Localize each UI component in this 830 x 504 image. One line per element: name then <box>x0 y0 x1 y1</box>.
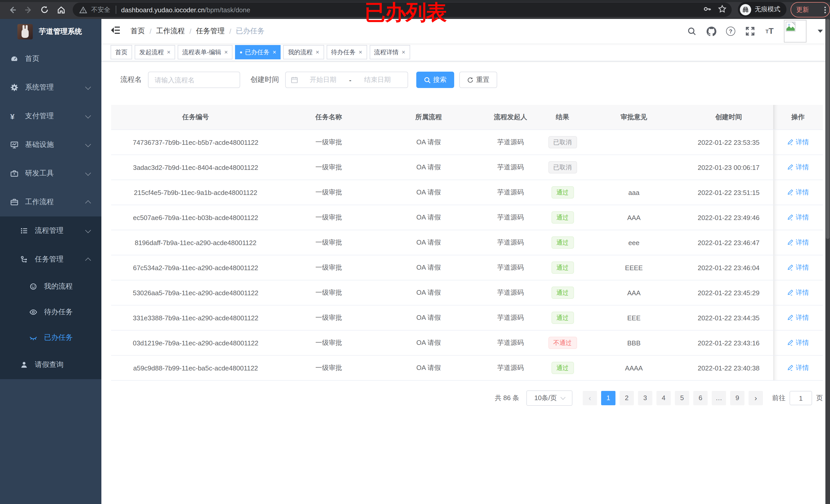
close-icon[interactable]: × <box>359 48 362 56</box>
close-icon[interactable]: × <box>402 48 405 56</box>
page-button[interactable]: 2 <box>619 391 634 405</box>
password-key-icon[interactable] <box>703 4 712 15</box>
reset-button[interactable]: 重置 <box>459 72 497 88</box>
breadcrumb-home[interactable]: 首页 <box>131 27 145 36</box>
view-tab[interactable]: 待办任务× <box>326 45 367 59</box>
scrollbar-thumb[interactable] <box>826 19 829 239</box>
page-button[interactable]: … <box>712 391 726 405</box>
cell-opinion <box>584 130 684 155</box>
breadcrumb-workflow[interactable]: 工作流程 <box>156 27 185 36</box>
result-badge: 通过 <box>551 236 574 249</box>
page-button[interactable]: 4 <box>657 391 671 405</box>
close-icon[interactable]: × <box>273 48 276 56</box>
cell-created: 2022-01-22 23:43:16 <box>684 330 773 355</box>
browser-home-icon[interactable] <box>56 5 66 15</box>
sidebar-item-done-tasks[interactable]: 已办任务 <box>0 325 101 350</box>
detail-link[interactable]: 详情 <box>787 288 809 297</box>
browser-menu-icon[interactable] <box>824 6 826 13</box>
url-path[interactable]: /bpm/task/done <box>205 6 250 13</box>
page-button[interactable]: 9 <box>730 391 744 405</box>
sidebar-item-payment[interactable]: ¥ 支付管理 <box>0 102 101 131</box>
cell-process: OA 请假 <box>377 180 480 205</box>
view-tab[interactable]: 我的流程× <box>283 45 324 59</box>
detail-link[interactable]: 详情 <box>787 213 809 222</box>
goto-page-input[interactable] <box>790 391 812 405</box>
page-button[interactable]: 6 <box>693 391 708 405</box>
sidebar-item-task-management[interactable]: 任务管理 <box>0 245 101 274</box>
page-scrollbar[interactable] <box>825 19 830 504</box>
page-button[interactable]: 5 <box>675 391 689 405</box>
edit-pen-icon <box>787 365 794 371</box>
cell-opinion: eee <box>584 230 684 255</box>
view-tab[interactable]: 流程表单-编辑× <box>178 45 232 59</box>
cell-process: OA 请假 <box>377 155 480 180</box>
browser-reload-icon[interactable] <box>39 5 50 15</box>
bookmark-star-icon[interactable] <box>718 4 727 15</box>
url-host[interactable]: dashboard.yudao.iocoder.cn <box>121 6 205 13</box>
avatar-dropdown-caret-icon[interactable] <box>818 30 823 33</box>
browser-forward-icon[interactable] <box>23 5 33 15</box>
view-tab[interactable]: ●已办任务× <box>235 45 281 59</box>
goto-suffix: 页 <box>816 394 823 403</box>
sidebar-item-leave-query[interactable]: 请假查询 <box>0 350 101 379</box>
process-name-input[interactable] <box>148 72 240 88</box>
page-list: 1 2 3 4 5 6 … 9 <box>599 391 746 405</box>
cell-created: 2022-01-22 23:46:04 <box>684 255 773 280</box>
page-button[interactable]: 1 <box>601 391 615 405</box>
page-content: 流程名 创建时间 开始日期 - 结束日期 搜索 重置 <box>101 61 830 406</box>
detail-link[interactable]: 详情 <box>787 313 809 322</box>
detail-link[interactable]: 详情 <box>787 338 809 347</box>
detail-link[interactable]: 详情 <box>787 263 809 272</box>
next-page-button[interactable]: › <box>748 391 763 405</box>
sidebar-item-system[interactable]: 系统管理 <box>0 73 101 102</box>
sidebar-fold-icon[interactable] <box>109 24 122 38</box>
breadcrumb-task-management[interactable]: 任务管理 <box>196 27 225 36</box>
sidebar-item-workflow[interactable]: 工作流程 <box>0 188 101 216</box>
cell-task-id: 67c534a2-7b9a-11ec-a290-acde48001122 <box>111 255 280 280</box>
sidebar-item-my-processes[interactable]: 我的流程 <box>0 274 101 299</box>
detail-link[interactable]: 详情 <box>787 363 809 372</box>
font-size-icon[interactable]: TT <box>764 26 775 36</box>
sidebar-item-todo-tasks[interactable]: 待办任务 <box>0 299 101 325</box>
close-icon[interactable]: × <box>316 48 319 56</box>
close-icon[interactable]: × <box>167 48 170 56</box>
browser-back-icon[interactable] <box>7 5 18 15</box>
fullscreen-icon[interactable] <box>745 26 755 36</box>
github-icon[interactable] <box>706 26 716 36</box>
prev-page-button[interactable]: ‹ <box>583 391 597 405</box>
avatar[interactable] <box>784 20 806 42</box>
workflow-submenu: 流程管理 任务管理 我的流程 待办任务 已办 <box>0 216 101 379</box>
active-dot-icon: ● <box>240 49 243 55</box>
security-label[interactable]: 不安全 <box>91 5 110 14</box>
col-created: 创建时间 <box>684 105 773 130</box>
col-task-id: 任务编号 <box>111 105 280 130</box>
app-logo-row[interactable]: 芋道管理系统 <box>0 19 101 44</box>
detail-link[interactable]: 详情 <box>787 188 809 197</box>
edit-pen-icon <box>787 339 794 346</box>
close-icon[interactable]: × <box>224 48 228 56</box>
cell-task-id: 53026aa5-7b9a-11ec-a290-acde48001122 <box>111 280 280 305</box>
view-tab[interactable]: 发起流程× <box>135 45 175 59</box>
cell-initiator: 芋道源码 <box>480 255 541 280</box>
col-actions: 操作 <box>773 105 823 130</box>
search-icon[interactable] <box>687 26 697 36</box>
sidebar-item-devtools[interactable]: 研发工具 <box>0 159 101 188</box>
detail-link[interactable]: 详情 <box>787 163 809 172</box>
sidebar-item-process-management[interactable]: 流程管理 <box>0 216 101 245</box>
help-icon[interactable]: ? <box>726 26 736 36</box>
page-size-select[interactable]: 10条/页 <box>526 391 572 406</box>
sidebar-item-home[interactable]: 首页 <box>0 44 101 73</box>
detail-link[interactable]: 详情 <box>787 138 809 147</box>
detail-link[interactable]: 详情 <box>787 238 809 247</box>
result-badge: 不通过 <box>548 337 577 349</box>
date-range-picker[interactable]: 开始日期 - 结束日期 <box>285 72 408 88</box>
cell-created: 2022-01-23 00:06:17 <box>684 155 773 180</box>
browser-update-button[interactable]: 更新 <box>791 2 830 18</box>
view-tab[interactable]: 首页 <box>110 45 132 59</box>
cell-process: OA 请假 <box>377 230 480 255</box>
page-button[interactable]: 3 <box>638 391 652 405</box>
view-tab[interactable]: 流程详情× <box>370 45 410 59</box>
refresh-icon <box>467 76 474 83</box>
sidebar-item-infrastructure[interactable]: 基础设施 <box>0 131 101 159</box>
search-button[interactable]: 搜索 <box>416 72 454 88</box>
